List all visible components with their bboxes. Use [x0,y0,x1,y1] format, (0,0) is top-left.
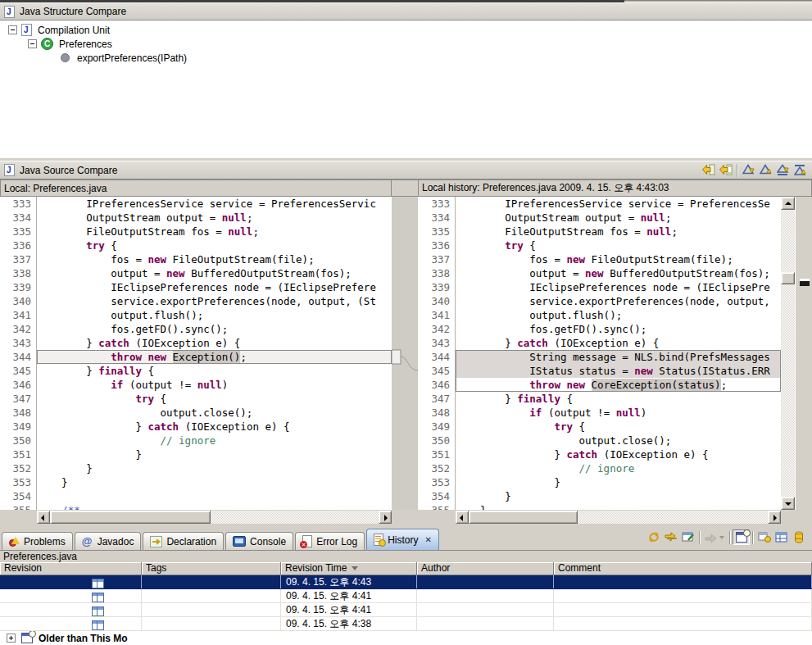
tree-item-compilation-unit[interactable]: Compilation Unit [0,23,812,37]
expander-icon[interactable] [7,634,16,643]
line-number: 340 [0,294,36,308]
left-horizontal-scroll-thumb[interactable] [50,511,211,524]
column-header-comment[interactable]: Comment [554,562,812,575]
group-by-date-button[interactable] [733,529,750,545]
history-row[interactable]: 09. 4. 15. 오후 4:38 [0,617,812,631]
compare-toolbar [700,162,809,178]
revision-time-cell: 09. 4. 15. 오후 4:38 [281,617,417,630]
refresh-button[interactable] [645,529,662,545]
code-line: } [37,447,392,461]
code-line: // ignore [37,434,392,447]
line-number: 334 [0,211,36,225]
tab-error-log[interactable]: Error Log [295,532,365,550]
tab-problems[interactable]: Problems [2,532,73,550]
group-row-label: Older than This Mo [39,633,128,644]
tab-console[interactable]: Console [225,532,293,550]
line-number: 351 [0,447,36,461]
scroll-right-button[interactable] [768,511,781,524]
code-line: } [37,461,392,475]
diff-overview-ruler[interactable] [795,197,812,510]
right-code-pane[interactable]: IPreferencesService service = Preference… [456,197,781,510]
code-line: output = new BufferedOutputStream(fos); [456,266,781,280]
expander-icon[interactable] [28,39,37,48]
scroll-up-button[interactable] [781,197,795,210]
scroll-left-button[interactable] [456,511,469,524]
tree-item-preferences[interactable]: Preferences [0,37,812,51]
column-header-tags[interactable]: Tags [142,562,281,575]
problems-icon [9,537,20,547]
show-tag-viewer-button[interactable] [755,529,773,545]
structure-compare-title: Java Structure Compare [20,6,126,17]
java-compare-icon [4,164,15,176]
vertical-scroll-thumb[interactable] [781,272,795,284]
code-line: if (output != null) [456,406,781,420]
line-number: 339 [418,280,455,294]
toolbar-separator [729,531,730,544]
right-horizontal-scrollbar[interactable] [456,511,781,524]
next-difference-button[interactable] [740,162,757,178]
line-number: 335 [418,225,455,238]
history-row[interactable]: 09. 4. 15. 오후 4:41 [0,603,812,617]
code-line: IPreferencesService service = Preference… [456,197,781,211]
previous-change-button[interactable] [792,162,809,178]
line-number: 345 [0,364,36,378]
pin-view-button[interactable] [679,529,696,545]
left-code-pane[interactable]: IPreferencesService service = Preference… [37,197,392,510]
history-group-row[interactable]: Older than This Mo [0,631,812,645]
link-with-editor-button[interactable] [662,529,679,545]
tab-label: Console [250,536,286,547]
code-line: } [456,503,781,510]
line-number: 341 [0,308,36,322]
column-header-author[interactable]: Author [417,562,554,575]
right-horizontal-scroll-thumb[interactable] [469,511,578,524]
tab-history[interactable]: History✕ [366,529,439,550]
line-number: 344 [0,350,36,364]
diff-connector-icon [392,197,418,510]
copy-all-right-to-left-button[interactable] [700,162,717,178]
line-number: 347 [0,392,36,406]
code-line: } catch (IOException e) { [456,336,781,350]
column-header-revision[interactable]: Revision [0,562,142,575]
line-number: 344 [418,350,455,364]
code-line: // ignore [456,461,781,475]
code-line: IStatus status = new Status(IStatus.ERR [456,364,781,378]
next-change-button[interactable] [774,162,792,178]
scroll-left-button[interactable] [37,511,50,524]
code-line: fos = new FileOutputStream(file); [37,252,392,266]
code-line: output.flush(); [37,308,392,322]
code-line: IPreferencesService service = Preference… [37,197,392,211]
structure-tree[interactable]: Compilation UnitPreferencesexportPrefere… [0,20,812,161]
expander-icon[interactable] [8,25,17,34]
line-number: 342 [0,322,36,336]
tab-declaration[interactable]: Declaration [143,532,224,550]
column-header-label: Revision [4,562,42,575]
bottom-tab-bar-tabs: ProblemsJavadocDeclarationConsoleError L… [0,525,441,550]
scroll-down-button[interactable] [781,497,795,510]
show-comment-viewer-button[interactable] [790,529,807,545]
tags-cell [142,617,281,630]
compare-mode-button[interactable] [702,529,727,545]
tree-item-exportpreferences-ipath[interactable]: exportPreferences(IPath) [0,51,812,65]
show-revision-table-button[interactable] [773,529,790,545]
method-icon [61,53,70,62]
code-line: IEclipsePreferences node = (IEclipsePre [456,280,781,294]
copy-current-change-right-to-left-button[interactable] [717,162,734,178]
source-compare-title: Java Source Compare [20,165,117,176]
vertical-scrollbar[interactable] [781,197,795,510]
scroll-right-button[interactable] [379,511,392,524]
column-header-revision-time[interactable]: Revision Time [281,562,417,575]
history-row[interactable]: 09. 4. 15. 오후 4:43 [0,575,812,589]
diff-overview-marker[interactable] [800,279,810,286]
left-horizontal-scrollbar[interactable] [37,511,392,524]
cylinder-icon [794,531,804,543]
left-arrow-icon [460,515,463,521]
tab-javadoc[interactable]: Javadoc [75,532,142,550]
code-line: } finally { [37,364,392,378]
down-arrow-icon [785,502,792,506]
tab-label: Error Log [316,536,357,547]
previous-difference-button[interactable] [757,162,774,178]
code-line: service.exportPreferences(node, output, [456,294,781,308]
close-icon[interactable]: ✕ [425,535,432,544]
history-row[interactable]: 09. 4. 15. 오후 4:41 [0,589,812,603]
line-number: 346 [418,378,455,392]
